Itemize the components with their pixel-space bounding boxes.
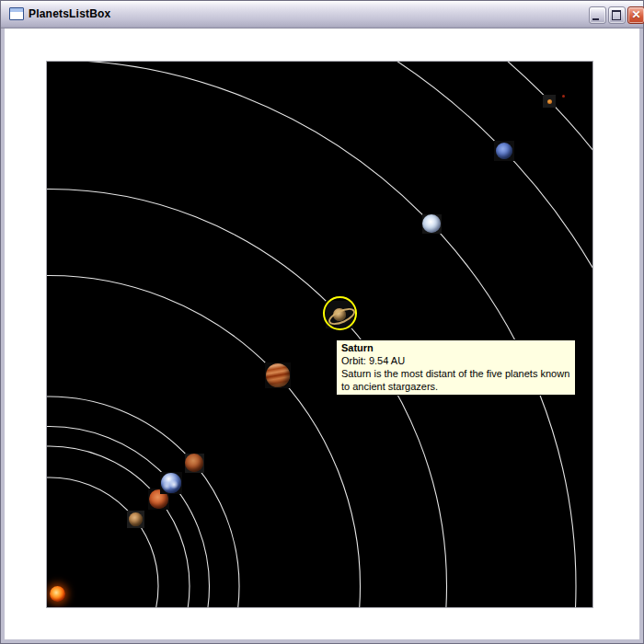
maximize-button[interactable] xyxy=(608,6,626,24)
planets-window: PlanetsListBox ✕ Saturn Orbit: 9.54 AU S… xyxy=(0,0,644,644)
mercury-body xyxy=(129,512,143,526)
window-client-area: Saturn Orbit: 9.54 AU Saturn is the most… xyxy=(5,29,639,639)
earth-body xyxy=(161,473,181,493)
charon-dot xyxy=(562,95,565,98)
planets-layer xyxy=(47,62,592,607)
neptune-body xyxy=(496,143,512,159)
uranus-body xyxy=(422,214,441,233)
planets-listbox-canvas: Saturn Orbit: 9.54 AU Saturn is the most… xyxy=(46,61,593,608)
minimize-icon xyxy=(592,18,599,20)
saturn-tooltip: Saturn Orbit: 9.54 AU Saturn is the most… xyxy=(336,339,576,396)
window-title: PlanetsListBox xyxy=(29,7,111,20)
mars-body xyxy=(185,454,203,472)
tooltip-description: Saturn is the most distant of the five p… xyxy=(341,367,570,393)
maximize-icon xyxy=(612,10,621,20)
sun-body xyxy=(50,586,65,602)
close-button[interactable]: ✕ xyxy=(627,6,644,24)
title-bar[interactable]: PlanetsListBox ✕ xyxy=(1,1,643,29)
minimize-button[interactable] xyxy=(589,6,606,24)
close-icon: ✕ xyxy=(628,8,644,22)
selection-ring xyxy=(323,296,357,330)
window-icon xyxy=(9,7,24,20)
tooltip-planet-name: Saturn xyxy=(341,341,570,354)
pluto-body xyxy=(547,99,552,104)
jupiter-body xyxy=(266,363,290,387)
tooltip-orbit-value: Orbit: 9.54 AU xyxy=(341,354,570,367)
